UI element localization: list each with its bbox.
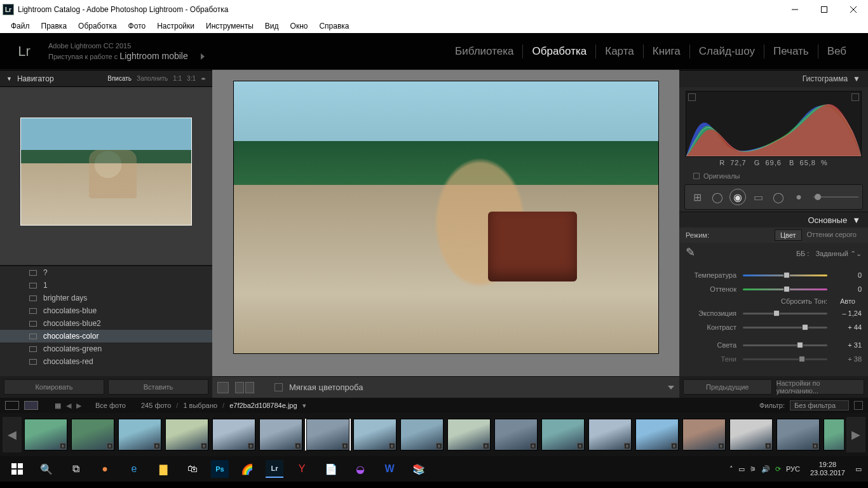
photoshop-icon[interactable]: Ps [211,460,229,478]
filmstrip-thumb[interactable]: ± [682,419,726,451]
preset-1[interactable]: 1 [0,279,212,292]
battery-icon[interactable]: ▭ [738,465,745,473]
preset-chocolates-blue2[interactable]: chocolates-blue2 [0,317,212,330]
menu-Фото[interactable]: Фото [123,20,152,32]
forward-nav-icon[interactable]: ▶ [76,402,81,410]
action-center-icon[interactable]: ▭ [855,465,862,473]
highlights-slider[interactable] [743,342,827,348]
radial-filter-tool-icon[interactable]: ◯ [770,189,787,205]
play-icon[interactable] [201,53,205,60]
disclosure-triangle-icon[interactable]: ▼ [853,74,860,83]
navigator-thumbnail[interactable] [20,118,192,226]
module-Печать[interactable]: Печать [764,44,818,58]
contrast-value[interactable]: + 44 [834,323,862,331]
preset-?[interactable]: ? [0,266,212,279]
input-language[interactable]: РУС [786,465,800,473]
zoom-Вписать[interactable]: Вписать [107,75,132,82]
before-after-split-button[interactable] [245,382,254,393]
reset-tone-label[interactable]: Сбросить Тон: [781,297,827,305]
filmstrip-thumb[interactable]: ± [71,419,114,451]
filmstrip-scroll-left[interactable]: ◀ [3,417,22,452]
previous-settings-button[interactable]: Предыдущие [683,379,772,395]
softproof-checkbox[interactable] [275,383,283,391]
window-minimize-button[interactable] [780,0,810,19]
menu-Настройки[interactable]: Настройки [151,20,200,32]
module-Обработка[interactable]: Обработка [523,44,596,58]
originals-checkbox[interactable] [693,173,700,179]
secondary-display-button[interactable] [24,401,38,410]
sync-icon[interactable]: ⟳ [775,465,781,473]
spot-removal-tool-icon[interactable]: ◯ [709,189,726,205]
shadows-slider[interactable] [743,356,827,362]
redeye-tool-icon[interactable]: ◉ [729,189,746,205]
wb-preset-dropdown[interactable]: Заданный ⌃⌄ [815,250,862,258]
before-after-yy-button[interactable] [235,382,244,393]
filmstrip-thumb[interactable]: ± [212,419,255,451]
preset-chocolates-blue[interactable]: chocolates-blue [0,304,212,317]
taskbar-clock[interactable]: 19:28 23.03.2017 [805,461,850,477]
filmstrip-thumb[interactable]: ± [353,419,397,451]
filmstrip-thumb[interactable]: ± [24,419,67,451]
module-Веб[interactable]: Веб [818,44,855,58]
filter-dropdown[interactable]: Без фильтра [790,400,849,410]
menu-Вид[interactable]: Вид [259,20,285,32]
grid-view-icon[interactable]: ▦ [55,402,61,410]
yandex-icon[interactable]: Y [287,456,316,482]
search-icon[interactable]: 🔍 [32,456,61,482]
disclosure-triangle-icon[interactable]: ▼ [6,76,12,82]
tint-slider[interactable] [743,287,827,292]
treatment-grayscale-button[interactable]: Оттенки серого [802,229,862,241]
copy-settings-button[interactable]: Копировать [4,379,104,395]
chrome-icon[interactable]: ● [90,456,119,482]
module-Книга[interactable]: Книга [644,44,690,58]
loupe-view-button[interactable] [217,382,229,393]
volume-icon[interactable]: 🔊 [761,465,770,473]
histogram-display[interactable] [686,91,862,157]
main-photo[interactable] [233,81,659,354]
zoom-stepper-icon[interactable]: ◂▸ [201,76,206,81]
zoom-Заполнить[interactable]: Заполнить [137,75,168,82]
rainbow-app-icon[interactable]: 🌈 [233,456,262,482]
preset-chocolates-green[interactable]: chocolates-green [0,342,212,355]
filmstrip-scroll-right[interactable]: ▶ [846,417,865,452]
exposure-value[interactable]: – 1,24 [834,309,862,317]
preset-chocolates-color[interactable]: chocolates-color [0,330,212,342]
explorer-icon[interactable]: ▇ [149,456,178,482]
window-close-button[interactable] [839,0,868,19]
filmstrip-thumb[interactable]: ± [306,419,349,451]
menu-Справка[interactable]: Справка [313,20,355,32]
tool-size-slider[interactable] [813,196,858,198]
filmstrip-thumb[interactable]: ± [494,419,538,451]
menu-Окно[interactable]: Окно [285,20,314,32]
menu-Обработка[interactable]: Обработка [72,20,123,32]
filter-lock-icon[interactable] [854,401,863,410]
start-button[interactable] [3,456,32,482]
menu-Файл[interactable]: Файл [5,20,36,32]
module-Слайд-шоу[interactable]: Слайд-шоу [690,44,764,58]
tint-value[interactable]: 0 [834,285,862,293]
zoom-3:1[interactable]: 3:1 [187,75,196,82]
disclosure-triangle-icon[interactable]: ▼ [852,215,860,225]
filmstrip-thumb[interactable]: ± [588,419,632,451]
menu-Правка[interactable]: Правка [36,20,73,32]
filmstrip-thumb[interactable]: ± [824,419,844,451]
tray-overflow-icon[interactable]: ˄ [729,465,733,473]
temperature-value[interactable]: 0 [834,271,862,279]
filmstrip-thumb[interactable]: ± [165,419,208,451]
module-Библиотека[interactable]: Библиотека [446,44,523,58]
back-nav-icon[interactable]: ◀ [66,402,71,410]
filename-menu-icon[interactable]: ▾ [302,402,306,410]
exposure-slider[interactable] [743,311,827,316]
treatment-color-button[interactable]: Цвет [775,229,802,241]
histogram-header[interactable]: Гистограмма ▼ [679,70,868,87]
reset-settings-button[interactable]: Настройки по умолчанию... [776,379,865,395]
filmstrip-thumb[interactable]: ± [118,419,161,451]
menu-Инструменты[interactable]: Инструменты [200,20,259,32]
temperature-slider[interactable] [743,273,827,278]
lightroom-mobile-link[interactable]: Lightroom mobile [119,51,187,61]
brush-tool-icon[interactable]: ● [790,189,807,205]
filmstrip-thumb[interactable]: ± [259,419,302,451]
task-view-icon[interactable]: ⧉ [61,456,90,482]
highlights-value[interactable]: + 31 [834,341,862,349]
winrar-icon[interactable]: 📚 [404,456,433,482]
